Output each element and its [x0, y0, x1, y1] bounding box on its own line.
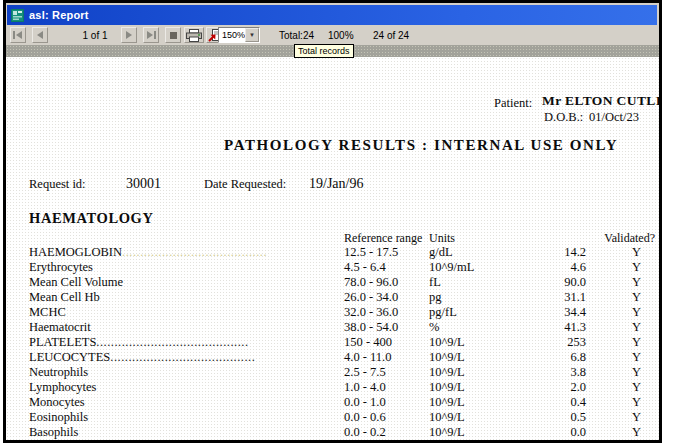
title-bar[interactable]: asl: Report [7, 5, 657, 25]
units-value: fL [429, 275, 541, 290]
printer-icon [186, 29, 202, 42]
print-button[interactable] [184, 27, 204, 43]
report-title: PATHOLOGY RESULTS : INTERNAL USE ONLY [224, 137, 618, 154]
result-value: 2.0 [541, 380, 586, 395]
analyte-name: PLATELETS [29, 335, 96, 349]
stop-button[interactable] [165, 27, 181, 43]
result-value: 0.0 [541, 425, 586, 440]
dob-value: 01/Oct/23 [589, 110, 639, 125]
previous-page-button[interactable] [32, 27, 48, 43]
report-app-icon [11, 9, 24, 22]
previous-page-icon [36, 31, 44, 39]
date-requested-label: Date Requested: [204, 177, 286, 192]
last-page-button[interactable] [143, 27, 159, 43]
analyte-name: Monocytes [29, 395, 85, 409]
units-value: 10^9/L [429, 365, 541, 380]
reference-range-value: 150 - 400 [344, 335, 429, 350]
reference-range-value: 78.0 - 96.0 [344, 275, 429, 290]
units-value: pg [429, 290, 541, 305]
analyte-name: Eosinophils [29, 410, 88, 424]
analyte-name: Mean Cell Hb [29, 290, 100, 304]
result-value: 34.4 [541, 305, 586, 320]
table-row: Mean Cell Hb 26.0 - 34.0 pg 31.1 Y [29, 290, 657, 305]
analyte-name: LEUCOCYTES [29, 350, 110, 364]
chevron-down-icon: ▼ [249, 32, 255, 38]
table-row: LEUCOCYTES..............................… [29, 350, 657, 365]
zoom-dropdown-button[interactable]: ▼ [245, 28, 259, 42]
validated-flag: Y [586, 245, 657, 260]
table-row: Lymphocytes 1.0 - 4.0 10^9/L 2.0 Y [29, 380, 657, 395]
table-row: Neutrophils 2.5 - 7.5 10^9/L 3.8 Y [29, 365, 657, 380]
zoom-combobox[interactable]: 150% ▼ [218, 27, 260, 43]
record-position-label: 24 of 24 [373, 30, 409, 41]
column-header-reference-range: Reference range [344, 231, 429, 246]
units-value: 10^9/L [429, 335, 541, 350]
validated-flag: Y [586, 350, 657, 365]
date-requested-value: 19/Jan/96 [309, 176, 363, 192]
validated-flag: Y [586, 365, 657, 380]
zoom-value: 150% [219, 28, 245, 42]
reference-range-value: 4.5 - 6.4 [344, 260, 429, 275]
analyte-name: HAEMOGLOBIN [29, 245, 122, 259]
table-row: Haematocrit 38.0 - 54.0 % 41.3 Y [29, 320, 657, 335]
units-value: 10^9/mL [429, 260, 541, 275]
table-row: Monocytes 0.0 - 1.0 10^9/L 0.4 Y [29, 395, 657, 410]
progress-percent-label: 100% [328, 30, 354, 41]
window-title: asl: Report [29, 9, 89, 21]
table-header-row: Reference range Units Validated? [29, 231, 657, 246]
units-value: pg/fL [429, 305, 541, 320]
units-value: % [429, 320, 541, 335]
units-value: 10^9/L [429, 395, 541, 410]
units-value: 10^9/L [429, 410, 541, 425]
result-value: 0.4 [541, 395, 586, 410]
next-page-icon [125, 31, 133, 39]
result-value: 14.2 [541, 245, 586, 260]
units-value: 10^9/L [429, 425, 541, 440]
results-table: HAEMOGLOBIN.............................… [29, 245, 657, 440]
section-title: HAEMATOLOGY [29, 210, 154, 227]
result-value: 31.1 [541, 290, 586, 305]
result-value: 0.5 [541, 410, 586, 425]
units-value: 10^9/L [429, 350, 541, 365]
table-row: Eosinophils 0.0 - 0.6 10^9/L 0.5 Y [29, 410, 657, 425]
last-page-icon [146, 31, 156, 39]
reference-range-value: 0.0 - 1.0 [344, 395, 429, 410]
table-row: MCHC 32.0 - 36.0 pg/fL 34.4 Y [29, 305, 657, 320]
validated-flag: Y [586, 320, 657, 335]
leader-dots: ........................................ [122, 245, 267, 259]
total-records-label: Total:24 [279, 30, 314, 41]
request-id-value: 30001 [126, 176, 161, 192]
next-page-button[interactable] [121, 27, 137, 43]
table-row: Mean Cell Volume 78.0 - 96.0 fL 90.0 Y [29, 275, 657, 290]
result-value: 90.0 [541, 275, 586, 290]
validated-flag: Y [586, 260, 657, 275]
validated-flag: Y [586, 275, 657, 290]
reference-range-value: 0.0 - 0.6 [344, 410, 429, 425]
result-value: 4.6 [541, 260, 586, 275]
table-row: PLATELETS...............................… [29, 335, 657, 350]
page-indicator: 1 of 1 [67, 30, 123, 41]
reference-range-value: 26.0 - 34.0 [344, 290, 429, 305]
reference-range-value: 2.5 - 7.5 [344, 365, 429, 380]
report-window: asl: Report 1 of 1 [3, 0, 662, 443]
column-header-units: Units [429, 231, 541, 246]
first-page-icon [13, 31, 23, 39]
reference-range-value: 38.0 - 54.0 [344, 320, 429, 335]
reference-range-value: 0.0 - 0.2 [344, 425, 429, 440]
reference-range-value: 32.0 - 36.0 [344, 305, 429, 320]
analyte-name: Haematocrit [29, 320, 91, 334]
analyte-name: Erythrocytes [29, 260, 93, 274]
units-value: 10^9/L [429, 380, 541, 395]
units-value: g/dL [429, 245, 541, 260]
validated-flag: Y [586, 425, 657, 440]
leader-dots: ........................................… [96, 335, 248, 349]
validated-flag: Y [586, 335, 657, 350]
column-header-validated: Validated? [586, 231, 657, 246]
first-page-button[interactable] [10, 27, 26, 43]
result-value: 3.8 [541, 365, 586, 380]
toolbar: 1 of 1 15 [7, 25, 657, 46]
table-row: Basophils 0.0 - 0.2 10^9/L 0.0 Y [29, 425, 657, 440]
analyte-name: Mean Cell Volume [29, 275, 123, 289]
analyte-name: MCHC [29, 305, 66, 319]
patient-name: Mr ELTON CUTLI [542, 93, 659, 109]
